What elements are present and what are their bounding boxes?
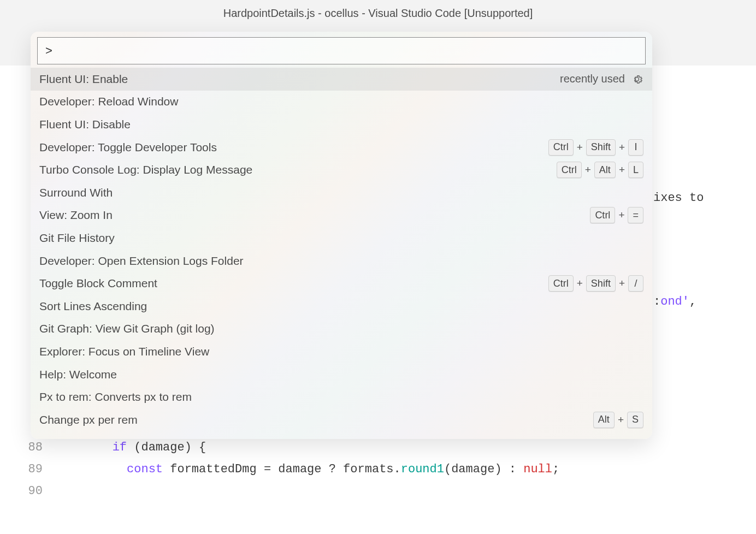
- title-bar: HardpointDetails.js - ocellus - Visual S…: [0, 0, 756, 26]
- kbd-key: =: [628, 207, 643, 223]
- command-item[interactable]: Toggle Block CommentCtrl+Shift+/: [31, 272, 652, 295]
- command-item[interactable]: Turbo Console Log: Display Log MessageCt…: [31, 158, 652, 181]
- command-item-label: Fluent UI: Disable: [39, 118, 643, 131]
- command-item-label: Sort Lines Ascending: [39, 300, 643, 313]
- command-item-trailing: Ctrl+Alt+L: [557, 162, 643, 178]
- command-item-trailing: Ctrl+Shift+I: [548, 139, 643, 156]
- command-item[interactable]: Px to rem: Converts px to rem: [31, 385, 652, 408]
- kbd-key: Ctrl: [548, 275, 574, 292]
- command-item-label: Developer: Toggle Developer Tools: [39, 141, 548, 154]
- keyboard-shortcut: Ctrl+Shift+/: [548, 275, 643, 292]
- kbd-plus: +: [577, 141, 583, 153]
- line-number: 89: [0, 459, 55, 480]
- command-item-trailing: recently used: [560, 73, 643, 86]
- kbd-key: Shift: [586, 275, 616, 292]
- kbd-key: L: [628, 162, 643, 178]
- command-input-wrap: [31, 32, 652, 68]
- command-item-label: Px to rem: Converts px to rem: [39, 390, 643, 404]
- kbd-key: Alt: [593, 412, 615, 428]
- editor-line[interactable]: 90: [0, 480, 756, 502]
- code-content[interactable]: if (damage) {: [55, 437, 206, 459]
- window-title: HardpointDetails.js - ocellus - Visual S…: [223, 7, 533, 20]
- keyboard-shortcut: Ctrl+=: [590, 207, 643, 223]
- command-item-trailing: Ctrl+Shift+/: [548, 275, 643, 292]
- editor-line[interactable]: 88 if (damage) {: [0, 437, 756, 459]
- keyboard-shortcut: Ctrl+Alt+L: [557, 162, 643, 178]
- command-item-label: Explorer: Focus on Timeline View: [39, 345, 643, 358]
- kbd-plus: +: [619, 277, 625, 289]
- command-item-label: Git Graph: View Git Graph (git log): [39, 322, 643, 335]
- command-item-label: Fluent UI: Enable: [39, 73, 560, 86]
- command-item-label: Turbo Console Log: Display Log Message: [39, 163, 557, 176]
- kbd-key: I: [628, 139, 643, 156]
- command-item[interactable]: Change px per remAlt+S: [31, 408, 652, 431]
- line-number: 90: [0, 480, 55, 502]
- command-item-label: Help: Welcome: [39, 368, 643, 381]
- command-item[interactable]: Explorer: Focus on Timeline View: [31, 340, 652, 363]
- kbd-key: Alt: [594, 162, 616, 178]
- command-item[interactable]: Fluent UI: Disable: [31, 113, 652, 136]
- editor-overflow-text-2: :ond',: [653, 295, 696, 308]
- kbd-plus: +: [618, 414, 624, 426]
- kbd-plus: +: [577, 277, 583, 289]
- command-item[interactable]: Git Graph: View Git Graph (git log): [31, 318, 652, 341]
- command-item[interactable]: Developer: Open Extension Logs Folder: [31, 250, 652, 272]
- recently-used-label: recently used: [560, 73, 625, 85]
- command-input[interactable]: [37, 37, 646, 64]
- kbd-key: S: [627, 412, 643, 428]
- kbd-plus: +: [619, 164, 625, 176]
- command-item-label: Change px per rem: [39, 413, 593, 426]
- kbd-key: Shift: [586, 139, 616, 156]
- command-list[interactable]: Fluent UI: Enablerecently usedDeveloper:…: [31, 68, 652, 439]
- command-item-label: View: Zoom In: [39, 209, 590, 222]
- kbd-plus: +: [619, 141, 625, 153]
- kbd-plus: +: [618, 209, 624, 221]
- command-item[interactable]: Git File History: [31, 227, 652, 250]
- kbd-plus: +: [585, 164, 591, 176]
- kbd-key: Ctrl: [590, 207, 615, 223]
- line-number: 88: [0, 437, 55, 459]
- command-palette: Fluent UI: Enablerecently usedDeveloper:…: [31, 32, 652, 439]
- command-item-label: Toggle Block Comment: [39, 277, 548, 290]
- keyboard-shortcut: Ctrl+Shift+I: [548, 139, 643, 156]
- kbd-key: Ctrl: [557, 162, 582, 178]
- command-item-trailing: Alt+S: [593, 412, 643, 428]
- command-item-label: Developer: Open Extension Logs Folder: [39, 254, 643, 268]
- command-item-label: Git File History: [39, 232, 643, 245]
- command-item[interactable]: Surround With: [31, 181, 652, 204]
- command-item[interactable]: Help: Welcome: [31, 363, 652, 386]
- keyboard-shortcut: Alt+S: [593, 412, 643, 428]
- command-item-trailing: Ctrl+=: [590, 207, 643, 223]
- command-item[interactable]: Sort Lines Ascending: [31, 295, 652, 318]
- command-item-label: Surround With: [39, 186, 643, 199]
- code-content[interactable]: const formattedDmg = damage ? formats.ro…: [55, 459, 559, 480]
- command-item-label: Developer: Reload Window: [39, 95, 643, 108]
- command-item[interactable]: Fluent UI: Enablerecently used: [31, 68, 652, 91]
- kbd-key: /: [628, 275, 643, 292]
- editor-line[interactable]: 89 const formattedDmg = damage ? formats…: [0, 459, 756, 480]
- command-item[interactable]: View: Zoom InCtrl+=: [31, 204, 652, 227]
- gear-icon[interactable]: [630, 73, 643, 86]
- command-item[interactable]: Developer: Reload Window: [31, 91, 652, 114]
- command-item[interactable]: Developer: Toggle Developer ToolsCtrl+Sh…: [31, 136, 652, 159]
- editor-overflow-text-1: ixes to: [653, 191, 704, 205]
- kbd-key: Ctrl: [548, 139, 574, 156]
